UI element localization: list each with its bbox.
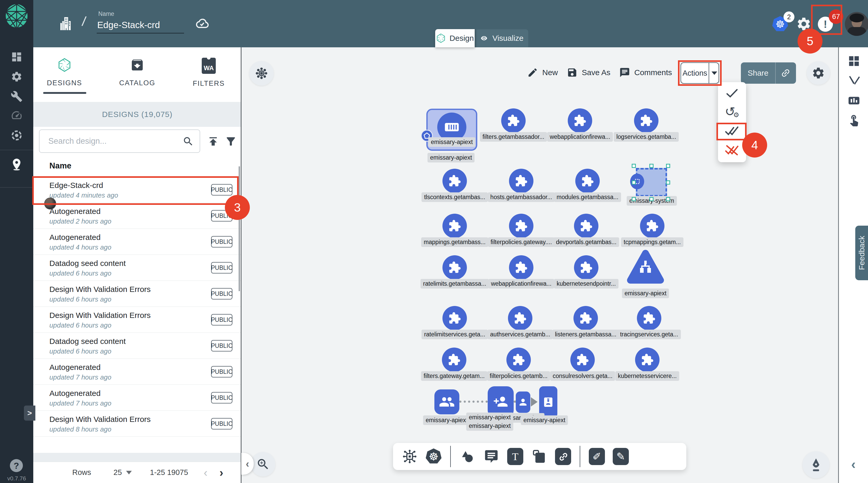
selection-handle[interactable] (649, 164, 654, 168)
search-icon[interactable] (183, 136, 194, 147)
node-role[interactable] (516, 392, 530, 413)
crd-puzzle-icon[interactable] (509, 255, 533, 280)
upload-design-icon[interactable] (207, 135, 219, 148)
dock-interaction-button[interactable] (847, 113, 861, 127)
crd-puzzle-icon[interactable] (570, 348, 595, 372)
chain-icon (555, 448, 571, 464)
meshery-logo-icon[interactable] (5, 4, 28, 28)
selection-handle[interactable] (632, 197, 636, 201)
design-list-item[interactable]: Autogenerated updated 7 hours ago PUBLIC (33, 359, 241, 385)
selection-handle[interactable] (632, 180, 636, 185)
panel-tab-designs[interactable]: DESIGNS (35, 58, 94, 87)
rows-per-page-caret-icon[interactable] (126, 471, 132, 475)
share-divider (775, 62, 776, 84)
crd-puzzle-icon[interactable] (509, 169, 533, 193)
tool-text[interactable]: T (503, 448, 527, 465)
dock-validate-button[interactable] (847, 74, 861, 88)
crd-puzzle-icon[interactable] (574, 255, 598, 280)
share-link-icon[interactable] (778, 66, 793, 81)
menu-item-undeploy[interactable] (718, 141, 746, 159)
feedback-tab[interactable]: Feedback (855, 225, 868, 280)
new-button[interactable]: New (527, 67, 558, 78)
selection-handle[interactable] (666, 180, 670, 185)
design-list-item[interactable]: Design With Validation Errors updated 6 … (33, 281, 241, 307)
sidebar-item-lifecycle[interactable] (0, 71, 33, 84)
tool-link[interactable] (551, 448, 575, 465)
panel-tab-filters[interactable]: WA FILTERS (179, 58, 239, 88)
sidebar-item-performance[interactable] (0, 109, 33, 122)
next-page-button[interactable]: › (219, 466, 223, 479)
node-service-account-group[interactable] (434, 389, 459, 414)
crd-puzzle-icon[interactable] (634, 109, 658, 133)
canvas-settings-button[interactable] (807, 61, 830, 85)
crd-puzzle-icon[interactable] (574, 214, 598, 238)
pen-mode-button[interactable] (803, 451, 830, 478)
tool-freehand[interactable]: ✎ (609, 448, 633, 465)
crd-puzzle-icon[interactable] (442, 306, 467, 330)
sidebar-item-extensions[interactable] (0, 129, 33, 143)
tool-duplicate[interactable] (527, 449, 551, 464)
dock-components-button[interactable] (847, 55, 861, 69)
canvas-cluster-icon-button[interactable] (249, 61, 274, 86)
design-list-item[interactable]: Autogenerated updated 4 hours ago PUBLIC (33, 229, 241, 255)
design-list-item[interactable]: Design With Validation Errors updated 6 … (33, 307, 241, 333)
crd-puzzle-icon[interactable] (442, 214, 467, 238)
tool-edge-pen[interactable]: ✐ (585, 448, 609, 465)
design-updated-time: updated 6 hours ago (50, 269, 112, 277)
sidebar-item-configuration[interactable] (0, 90, 33, 103)
crd-puzzle-icon[interactable] (509, 214, 533, 238)
annotation-step-3: 3 (225, 195, 250, 220)
design-list-item[interactable]: Datadog seed content updated 6 hours ago… (33, 255, 241, 281)
selection-handle[interactable] (666, 197, 670, 201)
panel-tab-catalog[interactable]: CATALOG (107, 58, 167, 87)
filter-icon[interactable] (225, 135, 237, 148)
design-list-item[interactable]: Datadog seed content updated 6 hours ago… (33, 333, 241, 359)
prev-page-button[interactable]: ‹ (204, 466, 208, 479)
menu-item-validate[interactable] (718, 84, 746, 102)
search-input[interactable] (48, 131, 170, 151)
crd-puzzle-icon[interactable] (506, 348, 531, 372)
crd-puzzle-icon[interactable] (640, 214, 664, 238)
panel-canvas-divider[interactable] (241, 47, 242, 483)
rail-expand-button[interactable]: > (24, 405, 35, 421)
selection-handle[interactable] (632, 164, 636, 168)
crd-puzzle-icon[interactable] (637, 306, 661, 330)
design-name-input[interactable] (97, 19, 184, 33)
help-button[interactable]: ? (10, 459, 23, 472)
crd-puzzle-icon[interactable] (442, 348, 466, 372)
node-emissary-apiext-triangle[interactable] (626, 248, 665, 288)
tab-design[interactable]: Design (435, 29, 475, 47)
tool-annotation[interactable] (479, 449, 503, 464)
design-list-item[interactable]: Autogenerated updated 2 hours ago PUBLIC (33, 203, 241, 229)
tool-integrations[interactable] (398, 449, 422, 464)
tool-shapes[interactable] (456, 449, 479, 464)
save-as-button[interactable]: Save As (567, 67, 610, 78)
zoom-in-button[interactable] (251, 452, 275, 477)
sidebar-item-dashboard[interactable] (0, 51, 33, 64)
rows-per-page-value[interactable]: 25 (114, 468, 122, 477)
tool-kubernetes[interactable]: ☸ (422, 448, 445, 464)
selection-handle[interactable] (666, 164, 670, 168)
crd-puzzle-icon[interactable] (575, 169, 600, 193)
crd-puzzle-icon[interactable] (508, 306, 532, 330)
crd-puzzle-icon[interactable] (574, 306, 598, 330)
user-avatar[interactable] (845, 12, 868, 36)
dock-dashboard-button[interactable] (847, 94, 861, 108)
design-list-item[interactable]: Design With Validation Errors updated 8 … (33, 411, 241, 437)
crd-puzzle-icon[interactable] (442, 169, 467, 193)
organization-icon[interactable] (58, 14, 73, 33)
tab-visualize[interactable]: Visualize (475, 29, 528, 47)
share-button[interactable]: Share (741, 62, 796, 84)
crd-puzzle-icon[interactable] (568, 109, 592, 133)
dock-collapse-button[interactable]: ‹ (844, 456, 863, 472)
edge-dotted-connector[interactable] (459, 401, 488, 403)
crd-puzzle-icon[interactable] (442, 255, 467, 280)
design-list-item[interactable]: Autogenerated updated 7 hours ago PUBLIC (33, 385, 241, 411)
crd-puzzle-icon[interactable] (635, 348, 659, 372)
sidebar-item-kanvas[interactable] (0, 157, 33, 172)
comments-button[interactable]: Comments (619, 67, 672, 78)
selection-handle[interactable] (649, 197, 654, 201)
crd-puzzle-icon[interactable] (501, 109, 526, 133)
menu-item-dry-run[interactable]: ↺ ⚙ (718, 102, 746, 121)
list-scrollbar[interactable] (239, 167, 240, 291)
